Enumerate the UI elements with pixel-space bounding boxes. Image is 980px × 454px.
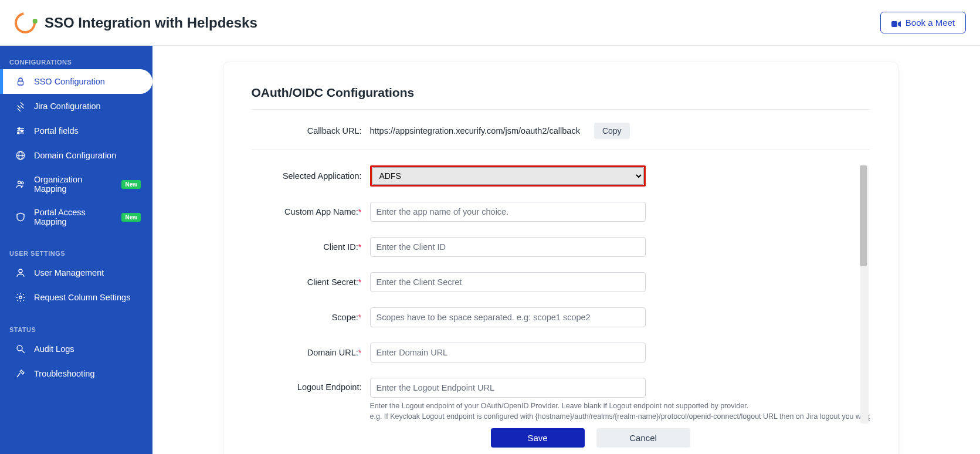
globe-icon bbox=[15, 150, 26, 161]
scrollbar-track[interactable] bbox=[860, 165, 869, 423]
sidebar-item-label: Audit Logs bbox=[34, 344, 74, 354]
svg-rect-0 bbox=[891, 21, 897, 27]
svg-point-15 bbox=[17, 345, 22, 351]
sidebar-section-user-settings: USER SETTINGS bbox=[0, 244, 152, 260]
selected-app-row: Selected Application: ADFS bbox=[252, 165, 850, 187]
client-secret-label: Client Secret:* bbox=[252, 277, 362, 287]
selected-app-highlight: ADFS bbox=[370, 165, 646, 187]
shield-icon bbox=[15, 212, 26, 222]
app-name-row: Custom App Name:* bbox=[252, 202, 850, 222]
sidebar-item-label: Organization Mapping bbox=[34, 175, 111, 194]
users-icon bbox=[15, 179, 26, 189]
cancel-button[interactable]: Cancel bbox=[596, 428, 690, 448]
gear-icon bbox=[15, 292, 26, 303]
client-id-label: Client ID:* bbox=[252, 242, 362, 252]
header-left: SSO Integration with Helpdesks bbox=[14, 12, 257, 34]
logout-endpoint-input[interactable] bbox=[370, 378, 646, 398]
selected-app-label: Selected Application: bbox=[252, 171, 362, 181]
svg-line-16 bbox=[22, 350, 25, 353]
sidebar-item-label: Request Column Settings bbox=[34, 293, 130, 302]
sidebar-item-label: User Management bbox=[34, 268, 104, 277]
domain-url-row: Domain URL:* bbox=[252, 343, 850, 362]
new-badge: New bbox=[121, 213, 141, 222]
sidebar-item-audit-logs[interactable]: Audit Logs bbox=[0, 337, 152, 361]
form-actions: Save Cancel bbox=[252, 428, 870, 448]
sidebar-item-label: SSO Configuration bbox=[34, 77, 105, 86]
sidebar-item-domain-configuration[interactable]: Domain Configuration bbox=[0, 143, 152, 168]
callback-row: Callback URL: https://appsintegration.xe… bbox=[252, 123, 870, 139]
svg-line-17 bbox=[17, 373, 20, 377]
jira-icon bbox=[15, 101, 26, 111]
sidebar-item-label: Portal fields bbox=[34, 126, 79, 135]
book-meet-button[interactable]: Book a Meet bbox=[880, 12, 966, 33]
selected-application-select[interactable]: ADFS bbox=[372, 167, 644, 185]
svg-point-6 bbox=[21, 130, 23, 132]
svg-point-7 bbox=[18, 132, 19, 134]
sidebar-section-status: STATUS bbox=[0, 320, 152, 337]
book-meet-label: Book a Meet bbox=[906, 18, 955, 28]
client-id-input[interactable] bbox=[370, 237, 646, 257]
domain-url-label: Domain URL:* bbox=[252, 348, 362, 357]
new-badge: New bbox=[121, 180, 141, 189]
callback-label: Callback URL: bbox=[252, 126, 362, 135]
sidebar-item-user-management[interactable]: User Management bbox=[0, 260, 152, 285]
svg-rect-1 bbox=[18, 81, 23, 85]
app-title: SSO Integration with Helpdesks bbox=[45, 15, 257, 31]
sidebar-item-sso-configuration[interactable]: SSO Configuration bbox=[0, 69, 152, 94]
lock-icon bbox=[15, 76, 26, 87]
app-header: SSO Integration with Helpdesks Book a Me… bbox=[0, 0, 980, 46]
sidebar-item-jira-configuration[interactable]: Jira Configuration bbox=[0, 94, 152, 118]
logout-hint: Enter the Logout endpoint of your OAuth/… bbox=[370, 401, 870, 422]
panel-title: OAuth/OIDC Configurations bbox=[252, 86, 870, 110]
callback-url-value: https://appsintegration.xecurify.com/jsm… bbox=[370, 126, 580, 135]
scope-input[interactable] bbox=[370, 307, 646, 327]
sliders-icon bbox=[15, 126, 26, 136]
domain-url-input[interactable] bbox=[370, 343, 646, 362]
sidebar: CONFIGURATIONS SSO Configuration Jira Co… bbox=[0, 46, 152, 454]
sidebar-item-request-column-settings[interactable]: Request Column Settings bbox=[0, 285, 152, 310]
form-scroll-area: ▲ ▼ Selected Application: ADFS bbox=[252, 165, 870, 423]
sidebar-item-label: Domain Configuration bbox=[34, 151, 116, 160]
svg-point-11 bbox=[18, 181, 21, 184]
video-icon bbox=[891, 19, 901, 26]
custom-app-name-input[interactable] bbox=[370, 202, 646, 222]
scope-label: Scope:* bbox=[252, 313, 362, 322]
main-content: OAuth/OIDC Configurations Callback URL: … bbox=[152, 46, 980, 454]
client-id-row: Client ID:* bbox=[252, 237, 850, 257]
sidebar-item-label: Portal Access Mapping bbox=[34, 208, 111, 226]
save-button[interactable]: Save bbox=[491, 428, 585, 448]
copy-button[interactable]: Copy bbox=[594, 123, 630, 139]
config-panel: OAuth/OIDC Configurations Callback URL: … bbox=[223, 62, 898, 454]
sidebar-item-troubleshooting[interactable]: Troubleshooting bbox=[0, 361, 152, 386]
divider bbox=[252, 150, 870, 150]
client-secret-row: Client Secret:* bbox=[252, 272, 850, 292]
sidebar-item-portal-fields[interactable]: Portal fields bbox=[0, 118, 152, 143]
app-logo bbox=[14, 12, 36, 34]
app-name-label: Custom App Name:* bbox=[252, 207, 362, 216]
svg-point-13 bbox=[19, 269, 22, 273]
scope-row: Scope:* bbox=[252, 307, 850, 327]
svg-point-12 bbox=[21, 182, 23, 184]
user-icon bbox=[15, 267, 26, 278]
sidebar-item-label: Jira Configuration bbox=[34, 101, 101, 111]
logout-endpoint-row: Logout Endpoint: Enter the Logout endpoi… bbox=[252, 378, 850, 422]
sidebar-item-portal-access-mapping[interactable]: Portal Access Mapping New bbox=[0, 201, 152, 233]
svg-point-14 bbox=[19, 296, 22, 299]
search-icon bbox=[15, 344, 26, 354]
hammer-icon bbox=[15, 368, 26, 379]
sidebar-item-organization-mapping[interactable]: Organization Mapping New bbox=[0, 168, 152, 201]
client-secret-input[interactable] bbox=[370, 272, 646, 292]
sidebar-item-label: Troubleshooting bbox=[34, 369, 94, 378]
logout-endpoint-label: Logout Endpoint: bbox=[252, 378, 362, 392]
scrollbar-thumb[interactable] bbox=[860, 165, 867, 266]
sidebar-section-configurations: CONFIGURATIONS bbox=[0, 53, 152, 69]
svg-point-5 bbox=[18, 128, 20, 130]
